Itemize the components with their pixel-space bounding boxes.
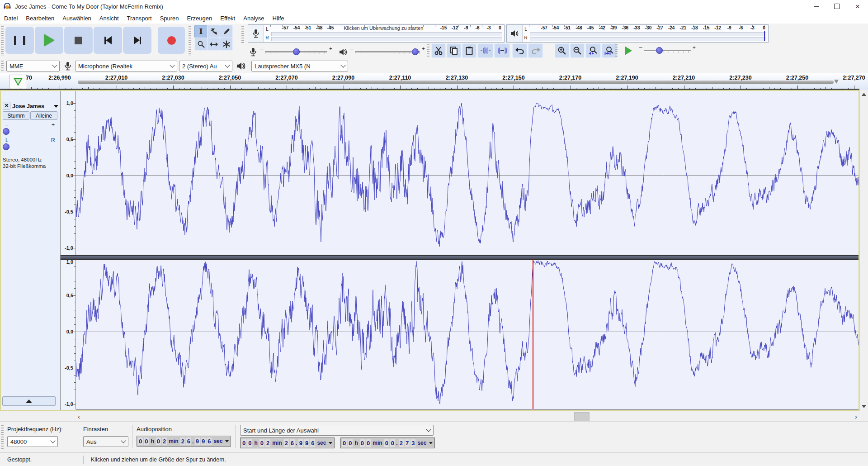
- fit-selection-button[interactable]: [585, 43, 601, 58]
- play-speed-slider[interactable]: [644, 50, 691, 52]
- close-button[interactable]: ✕: [847, 0, 868, 13]
- time-digit[interactable]: 2: [265, 439, 270, 447]
- play-at-speed-button[interactable]: [620, 43, 637, 58]
- scroll-right-icon[interactable]: ›: [855, 411, 857, 421]
- time-digit[interactable]: 3: [410, 439, 415, 447]
- close-track-button[interactable]: ✕: [3, 102, 10, 109]
- quick-play-bar[interactable]: [78, 81, 834, 84]
- time-digit[interactable]: 6: [186, 437, 191, 445]
- copy-button[interactable]: [447, 43, 461, 58]
- time-digit[interactable]: 0: [390, 439, 395, 447]
- play-at-speed-grip[interactable]: [615, 44, 618, 58]
- time-digit[interactable]: 2: [284, 439, 289, 447]
- pan-thumb[interactable]: [3, 143, 9, 150]
- time-digit[interactable]: 0: [384, 439, 389, 447]
- selection-length-field[interactable]: 00h00min00.273sec: [340, 437, 435, 448]
- playback-volume-slider[interactable]: [355, 51, 420, 53]
- edit-toolbar-grip[interactable]: [427, 44, 429, 58]
- time-digit[interactable]: 0: [360, 439, 365, 447]
- menu-datei[interactable]: Datei: [0, 13, 22, 24]
- time-digit[interactable]: 9: [201, 437, 206, 445]
- time-digit[interactable]: 0: [144, 437, 149, 445]
- time-digit[interactable]: 7: [405, 439, 410, 447]
- audio-host-select[interactable]: MME: [6, 61, 60, 71]
- playback-device-select[interactable]: Lautsprecher MX5 (N: [251, 61, 348, 71]
- time-shift-tool-button[interactable]: [207, 38, 220, 51]
- menu-erzeugen[interactable]: Erzeugen: [183, 13, 217, 24]
- time-digit[interactable]: 0: [342, 439, 347, 447]
- transport-toolbar-grip[interactable]: [1, 26, 4, 56]
- time-format-dropdown-icon[interactable]: [429, 442, 433, 444]
- zoom-out-button[interactable]: [570, 43, 585, 58]
- draw-tool-button[interactable]: [220, 25, 233, 38]
- multi-tool-button[interactable]: [220, 38, 233, 51]
- track-title-dropdown[interactable]: Jose James: [12, 102, 59, 110]
- time-digit[interactable]: .: [296, 439, 297, 447]
- menu-analyse[interactable]: Analyse: [239, 13, 268, 24]
- selection-start-field[interactable]: 00h02min26.996sec: [240, 437, 335, 448]
- paste-button[interactable]: [462, 43, 476, 58]
- solo-button[interactable]: Alleine: [30, 111, 57, 120]
- recording-channels-select[interactable]: 2 (Stereo) Au: [179, 61, 232, 71]
- time-digit[interactable]: 0: [366, 439, 371, 447]
- selection-toolbar-grip[interactable]: [1, 425, 4, 449]
- time-format-dropdown-icon[interactable]: [225, 440, 229, 442]
- menu-effekt[interactable]: Effekt: [216, 13, 239, 24]
- time-digit[interactable]: 9: [195, 437, 200, 445]
- time-digit[interactable]: 0: [138, 437, 143, 445]
- time-digit[interactable]: 9: [304, 439, 309, 447]
- time-digit[interactable]: 0: [247, 439, 252, 447]
- monitoring-message[interactable]: Klicken um Überwachung zu starten: [344, 25, 423, 31]
- time-digit[interactable]: 6: [207, 437, 212, 445]
- playback-volume-thumb[interactable]: [412, 48, 419, 55]
- selection-mode-select[interactable]: Start und Länge der Auswahl: [240, 425, 434, 436]
- scroll-left-icon[interactable]: ‹: [78, 411, 80, 421]
- collapse-track-button[interactable]: [2, 396, 56, 406]
- minimize-button[interactable]: [806, 0, 826, 13]
- redo-button[interactable]: [528, 43, 543, 58]
- menu-hilfe[interactable]: Hilfe: [269, 13, 288, 24]
- silence-audio-button[interactable]: [494, 43, 510, 58]
- zoom-in-button[interactable]: [555, 43, 569, 58]
- tools-toolbar-grip[interactable]: [189, 26, 191, 56]
- time-format-dropdown-icon[interactable]: [329, 442, 332, 444]
- time-digit[interactable]: 6: [290, 439, 295, 447]
- time-digit[interactable]: 2: [162, 437, 167, 445]
- recording-device-select[interactable]: Microphone (Realtek: [75, 61, 177, 71]
- pause-button[interactable]: [5, 27, 34, 54]
- timeline-ruler[interactable]: 70 2:26,9902:27,0102:27,0302:27,0502:27,…: [0, 73, 868, 90]
- recording-meter[interactable]: LR -57-54-51-48-45Klicken um Überwachung…: [248, 24, 505, 43]
- scroll-down-icon[interactable]: [862, 405, 866, 408]
- mute-button[interactable]: Stumm: [3, 111, 29, 120]
- vertical-ruler-right-channel[interactable]: 1,00,50,0-0,5-1,0: [61, 259, 76, 409]
- stop-button[interactable]: [64, 27, 93, 54]
- menu-auswaehlen[interactable]: Auswählen: [58, 13, 95, 24]
- undo-button[interactable]: [512, 43, 527, 58]
- time-digit[interactable]: 0: [348, 439, 353, 447]
- time-digit[interactable]: 2: [180, 437, 185, 445]
- waveform-right-channel[interactable]: [76, 259, 859, 409]
- cut-button[interactable]: [431, 43, 446, 58]
- play-speed-thumb[interactable]: [656, 47, 663, 54]
- time-digit[interactable]: .: [192, 437, 194, 445]
- vertical-ruler-left-channel[interactable]: 1,00,50,0-0,5-1,0: [61, 90, 76, 255]
- trim-audio-button[interactable]: [477, 43, 493, 58]
- recording-volume-slider[interactable]: [265, 51, 328, 53]
- time-digit[interactable]: .: [396, 439, 398, 447]
- menu-spuren[interactable]: Spuren: [156, 13, 183, 24]
- vertical-scrollbar[interactable]: [859, 90, 868, 411]
- maximize-button[interactable]: [826, 0, 847, 13]
- horizontal-scrollbar[interactable]: ‹ ›: [0, 411, 868, 421]
- playback-meter[interactable]: LR -57-54-51-48-45-42-39-36-33-30-27-24-…: [506, 24, 769, 43]
- time-digit[interactable]: 0: [259, 439, 264, 447]
- skip-to-end-button[interactable]: [123, 27, 151, 54]
- menu-transport[interactable]: Transport: [123, 13, 156, 24]
- recording-meter-grip[interactable]: [241, 26, 244, 44]
- zoom-tool-button[interactable]: [194, 38, 208, 51]
- skip-to-start-button[interactable]: [94, 27, 122, 54]
- time-digit[interactable]: 2: [399, 439, 404, 447]
- play-button[interactable]: [35, 27, 63, 54]
- device-toolbar-grip[interactable]: [1, 61, 4, 71]
- gain-thumb[interactable]: [3, 128, 9, 135]
- time-digit[interactable]: 0: [241, 439, 246, 447]
